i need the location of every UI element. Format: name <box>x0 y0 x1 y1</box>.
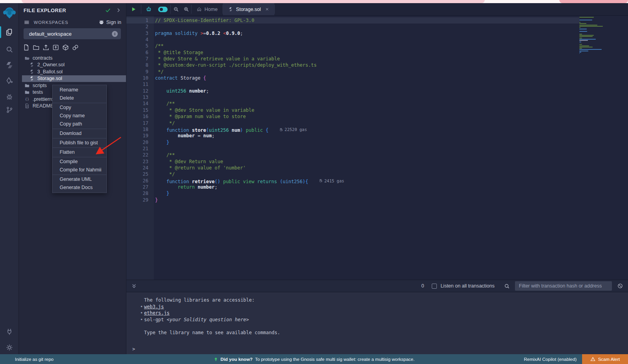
sidebar-item-file-explorer[interactable] <box>0 25 19 39</box>
terminal-prompt[interactable]: > <box>126 346 628 352</box>
github-sign-in-button[interactable]: Sign in <box>99 20 121 25</box>
context-menu-item-rename[interactable]: Rename <box>53 86 106 94</box>
code-line-text: contract Storage { <box>154 75 206 81</box>
code-line-text: } <box>154 139 169 146</box>
run-script-button[interactable] <box>126 3 141 15</box>
sidebar-item-solidity-compiler[interactable] <box>0 58 19 72</box>
code-token <box>155 140 166 145</box>
code-token: pragma <box>155 31 172 36</box>
code-line-13: 13 <box>126 94 579 100</box>
code-token <box>155 127 166 133</box>
sidebar-item-plugin-manager[interactable] <box>0 325 19 339</box>
code-token: 0.9.0 <box>226 31 240 36</box>
clear-console-icon[interactable] <box>617 283 623 289</box>
code-line-23: 23 * @dev Return value <box>126 158 579 165</box>
tab-storage-sol[interactable]: Storage.sol <box>223 3 274 15</box>
minimap-line <box>579 31 587 32</box>
code-token: /** <box>155 152 175 158</box>
terminal-collapse-icon[interactable] <box>131 283 137 289</box>
context-menu-item-generate-docs[interactable]: Generate Docs <box>53 184 106 192</box>
workspaces-menu-icon[interactable] <box>24 19 30 25</box>
sign-in-label: Sign in <box>106 20 121 25</box>
chevron-right-icon[interactable] <box>116 7 121 13</box>
minimap-line <box>579 48 582 49</box>
context-menu-item-download[interactable]: Download <box>53 129 106 138</box>
terminal-link[interactable]: ethers.js <box>144 310 170 316</box>
scam-alert-button[interactable]: Scam Alert <box>582 354 628 364</box>
ai-copilot-button[interactable] <box>142 3 155 15</box>
git-init-status-item[interactable]: Initialize as git repo <box>0 357 53 362</box>
minimap-line <box>579 18 607 19</box>
tree-item-contracts[interactable]: contracts <box>19 55 126 62</box>
plugin-manager-icon <box>5 328 13 336</box>
workspace-selector[interactable]: default_workspace <box>24 28 121 39</box>
minimap-line <box>579 47 593 47</box>
line-number: 27 <box>126 184 154 190</box>
code-token: uint256 <box>166 88 186 94</box>
close-tab-icon[interactable] <box>265 7 269 11</box>
code-token: function <box>166 178 189 184</box>
code-token: { <box>305 178 308 184</box>
copilot-toggle[interactable] <box>155 3 170 15</box>
search-icon <box>5 46 13 53</box>
sidebar-item-settings[interactable] <box>0 340 19 355</box>
link-icon[interactable] <box>72 44 79 51</box>
code-line-text: number = num; <box>154 133 215 139</box>
upload-file-icon[interactable] <box>42 44 49 51</box>
context-menu-item-compile[interactable]: Compile <box>53 158 106 166</box>
editor-minimap[interactable] <box>579 17 607 55</box>
context-menu-item-publish-file-to-gist[interactable]: Publish file to gist <box>53 139 106 147</box>
zoom-in-button[interactable] <box>181 3 191 15</box>
new-folder-icon[interactable] <box>33 44 40 51</box>
listen-transactions-label: Listen on all transactions <box>440 283 495 289</box>
robot-icon <box>145 6 152 13</box>
code-token <box>189 127 192 133</box>
minimap-line <box>579 39 596 40</box>
listen-transactions-checkbox[interactable] <box>432 284 437 289</box>
context-menu-item-delete[interactable]: Delete <box>53 94 106 102</box>
code-line-2: 2 <box>126 24 579 30</box>
context-menu-item-generate-uml[interactable]: Generate UML <box>53 175 106 184</box>
line-number: 24 <box>126 165 154 171</box>
tree-item-label: 2_Owner.sol <box>37 62 64 67</box>
home-icon <box>197 7 202 12</box>
code-line-text: */ <box>154 69 164 75</box>
copilot-status-item[interactable]: RemixAI Copilot (enabled) <box>524 357 577 362</box>
minimap-line <box>579 33 607 33</box>
sidebar-item-source-control[interactable] <box>0 103 19 117</box>
terminal-search-icon[interactable] <box>504 283 510 289</box>
context-menu-divider <box>53 138 106 138</box>
sidebar-item-deploy-run[interactable] <box>0 74 19 88</box>
code-editor[interactable]: 1// SPDX-License-Identifier: GPL-3.023pr… <box>126 16 628 280</box>
tree-item-2-owner-sol[interactable]: 2_Owner.sol <box>19 62 126 69</box>
sidebar-item-debugger[interactable] <box>0 89 19 104</box>
context-menu-item-compile-for-nahmii[interactable]: Compile for Nahmii <box>53 166 106 174</box>
code-line-27: 27 return number; <box>126 184 579 190</box>
tree-item-3-ballot-sol[interactable]: 3_Ballot.sol <box>19 68 126 75</box>
check-icon <box>105 7 111 13</box>
sidebar-item-search[interactable] <box>0 42 19 56</box>
terminal-output[interactable]: The following libraries are accessible:•… <box>126 292 628 354</box>
code-line-4: 4 <box>126 36 579 43</box>
terminal-link[interactable]: web3.js <box>144 304 164 309</box>
browser-toolbar-pill-right <box>559 0 628 3</box>
editor-tab-bar: HomeStorage.sol <box>126 3 628 16</box>
remix-logo-icon[interactable] <box>3 6 16 20</box>
tab-home[interactable]: Home <box>192 3 223 15</box>
new-file-icon[interactable] <box>23 44 30 51</box>
context-menu-item-copy-name[interactable]: Copy name <box>53 112 106 120</box>
code-line-15: 15 * @dev Store value in variable <box>126 107 579 113</box>
line-number: 9 <box>126 69 154 75</box>
transaction-filter-input[interactable] <box>515 281 612 291</box>
code-line-text: /** <box>154 100 175 107</box>
tree-item-storage-sol[interactable]: Storage.sol <box>19 75 126 82</box>
code-line-17: 17 */ <box>126 120 579 126</box>
upload-folder-icon[interactable] <box>52 44 59 51</box>
remix-ide-window: FILE EXPLORER WORKSPACES Sign in default… <box>0 3 628 364</box>
zoom-out-button[interactable] <box>171 3 181 15</box>
context-menu-item-flatten[interactable]: Flatten <box>53 148 106 157</box>
context-menu-item-copy[interactable]: Copy <box>53 104 106 112</box>
context-menu-item-copy-path[interactable]: Copy path <box>53 120 106 128</box>
ipfs-cube-icon[interactable] <box>62 44 69 51</box>
code-token: public <box>223 178 240 184</box>
